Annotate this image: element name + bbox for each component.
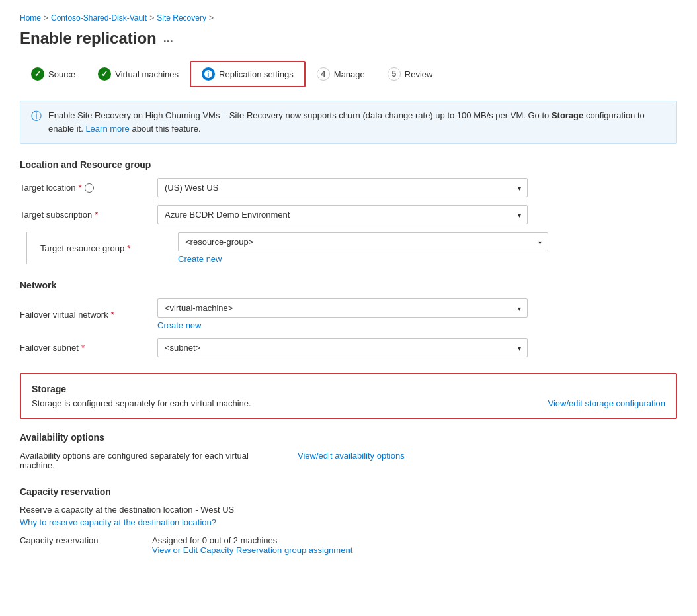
wizard-steps: ✓ Source ✓ Virtual machines i Replicatio…	[20, 61, 677, 87]
wizard-step-replication[interactable]: i Replication settings	[190, 61, 306, 87]
failover-subnet-row: Failover subnet * <subnet> ▾	[20, 338, 677, 357]
target-resource-group-required: *	[127, 243, 130, 253]
capacity-reservation-assigned-text: Assigned for 0 out of 2 machines	[152, 535, 277, 545]
storage-description: Storage is configured separately for eac…	[32, 398, 251, 408]
target-location-select[interactable]: (US) West US	[157, 178, 528, 197]
capacity-reservation-description: Reserve a capacity at the destination lo…	[20, 505, 677, 515]
breadcrumb-recovery[interactable]: Site Recovery	[157, 13, 206, 22]
target-resource-group-row: Target resource group * <resource-group>…	[26, 232, 677, 264]
capacity-reservation-why-link[interactable]: Why to reserve capacity at the destinati…	[20, 517, 677, 527]
info-banner-text: Enable Site Recovery on High Churning VM…	[48, 109, 666, 135]
target-subscription-required: *	[95, 210, 98, 220]
failover-virtual-network-control: <virtual-machine> ▾ Create new	[157, 298, 528, 330]
info-text-3: about this feature.	[130, 124, 201, 134]
target-location-info-icon[interactable]: i	[85, 183, 94, 193]
wizard-step-vms[interactable]: ✓ Virtual machines	[87, 62, 190, 87]
storage-section: Storage Storage is configured separately…	[20, 373, 677, 419]
target-location-select-wrapper: (US) West US ▾	[157, 178, 528, 197]
target-subscription-select-wrapper: Azure BCDR Demo Environment ▾	[157, 205, 528, 224]
failover-virtual-network-select[interactable]: <virtual-machine>	[157, 298, 528, 318]
info-banner-icon: ⓘ	[31, 110, 42, 124]
page-title: Enable replication	[20, 29, 157, 48]
failover-virtual-network-required: *	[111, 310, 114, 320]
failover-subnet-label: Failover subnet *	[20, 343, 152, 353]
wizard-step-vms-label: Virtual machines	[115, 69, 179, 79]
breadcrumb-sep2: >	[149, 13, 154, 22]
capacity-reservation-field-label: Capacity reservation	[20, 535, 152, 545]
target-location-required: *	[79, 183, 82, 193]
failover-virtual-network-label: Failover virtual network *	[20, 310, 152, 320]
breadcrumb-vault[interactable]: Contoso-Shared-Disk-Vault	[51, 13, 147, 22]
availability-options-title: Availability options	[20, 432, 677, 443]
target-subscription-select[interactable]: Azure BCDR Demo Environment	[157, 205, 528, 224]
target-resource-group-create-new-link[interactable]: Create new	[178, 254, 548, 264]
capacity-reservation-section: Capacity reservation Reserve a capacity …	[20, 486, 677, 555]
wizard-step-review[interactable]: 5 Review	[376, 62, 444, 87]
failover-virtual-network-create-new-link[interactable]: Create new	[157, 320, 528, 330]
failover-subnet-control: <subnet> ▾	[157, 338, 528, 357]
info-learn-more-link[interactable]: Learn more	[85, 124, 129, 134]
target-location-label: Target location * i	[20, 183, 152, 193]
location-resource-group-section: Location and Resource group Target locat…	[20, 159, 677, 264]
breadcrumb-sep1: >	[44, 13, 48, 22]
wizard-step-manage-label: Manage	[334, 69, 365, 79]
failover-subnet-select-wrapper: <subnet> ▾	[157, 338, 528, 357]
info-banner: ⓘ Enable Site Recovery on High Churning …	[20, 101, 677, 144]
availability-options-view-edit-link[interactable]: View/edit availability options	[298, 451, 405, 461]
wizard-step-source[interactable]: ✓ Source	[20, 62, 87, 87]
target-resource-group-label: Target resource group *	[40, 243, 173, 253]
capacity-reservation-row: Capacity reservation Assigned for 0 out …	[20, 535, 677, 555]
failover-virtual-network-row: Failover virtual network * <virtual-mach…	[20, 298, 677, 330]
info-bold: Storage	[552, 110, 583, 120]
wizard-step-manage-icon: 4	[317, 67, 330, 81]
storage-row: Storage is configured separately for eac…	[32, 398, 665, 408]
capacity-reservation-view-edit-link[interactable]: View or Edit Capacity Reservation group …	[152, 545, 352, 555]
target-subscription-control: Azure BCDR Demo Environment ▾	[157, 205, 528, 224]
wizard-step-manage[interactable]: 4 Manage	[306, 62, 376, 87]
breadcrumb-sep3: >	[209, 13, 214, 22]
wizard-step-replication-label: Replication settings	[219, 69, 294, 79]
availability-options-description: Availability options are configured sepa…	[20, 451, 284, 470]
location-resource-group-title: Location and Resource group	[20, 159, 677, 170]
failover-virtual-network-select-wrapper: <virtual-machine> ▾	[157, 298, 528, 318]
target-subscription-row: Target subscription * Azure BCDR Demo En…	[20, 205, 677, 224]
breadcrumb: Home > Contoso-Shared-Disk-Vault > Site …	[20, 13, 677, 22]
target-resource-group-select-wrapper: <resource-group> ▾	[178, 232, 548, 251]
failover-subnet-required: *	[81, 343, 85, 353]
network-section: Network Failover virtual network * <virt…	[20, 280, 677, 357]
target-location-row: Target location * i (US) West US ▾	[20, 178, 677, 197]
wizard-step-vms-icon: ✓	[98, 67, 111, 81]
breadcrumb-home[interactable]: Home	[20, 13, 41, 22]
page-title-container: Enable replication ...	[20, 29, 677, 48]
wizard-step-replication-icon: i	[202, 67, 215, 81]
wizard-step-review-icon: 5	[388, 67, 401, 81]
storage-title: Storage	[32, 384, 665, 394]
svg-text:i: i	[208, 71, 210, 78]
network-title: Network	[20, 280, 677, 290]
availability-options-row: Availability options are configured sepa…	[20, 451, 677, 470]
info-text-1: Enable Site Recovery on High Churning VM…	[48, 110, 552, 120]
page-title-more-button[interactable]: ...	[163, 32, 173, 46]
target-resource-group-select[interactable]: <resource-group>	[178, 232, 548, 251]
failover-subnet-select[interactable]: <subnet>	[157, 338, 528, 357]
availability-options-section: Availability options Availability option…	[20, 432, 677, 470]
wizard-step-source-label: Source	[48, 69, 75, 79]
storage-view-edit-link[interactable]: View/edit storage configuration	[548, 398, 665, 408]
target-location-control: (US) West US ▾	[157, 178, 528, 197]
wizard-step-review-label: Review	[405, 69, 433, 79]
target-resource-group-control: <resource-group> ▾ Create new	[178, 232, 548, 264]
capacity-reservation-title: Capacity reservation	[20, 486, 677, 497]
wizard-step-source-icon: ✓	[31, 67, 44, 81]
target-subscription-label: Target subscription *	[20, 210, 152, 220]
capacity-reservation-value: Assigned for 0 out of 2 machines View or…	[152, 535, 352, 555]
